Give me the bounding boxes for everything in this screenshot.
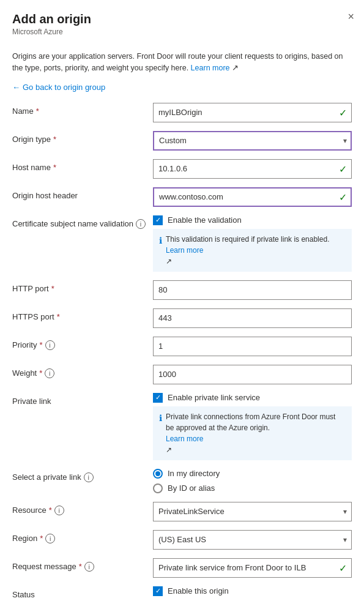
private-link-note-text: Private link connections from Azure Fron… [166,411,346,433]
cert-note-text: This validation is required if private l… [166,234,329,245]
name-input-wrap: ✓ [153,103,352,122]
resource-select[interactable]: PrivateLinkService [153,502,352,521]
panel-title: Add an origin [12,12,352,26]
name-required: * [36,106,39,116]
select-private-link-label: Select a private link i [12,469,153,482]
resource-info-icon[interactable]: i [54,506,64,515]
origin-host-header-input[interactable] [153,187,352,207]
resource-control: PrivateLinkService ▾ [153,502,352,521]
private-link-radio-1[interactable] [153,469,163,479]
cert-note-text-wrap: This validation is required if private l… [166,234,329,267]
cert-validation-row: Certificate subject name validation i En… [12,215,352,272]
host-name-control: ✓ [153,159,352,179]
origin-type-row: Origin type * Custom Storage App Service… [12,131,352,151]
private-link-checkbox-label: Enable private link service [168,393,260,402]
request-message-required: * [79,562,82,571]
request-message-info-icon[interactable]: i [84,562,94,572]
private-link-note-info-icon: ℹ [159,412,162,425]
panel-body: Origins are your application servers. Fr… [0,42,364,601]
private-link-radio-2[interactable] [153,483,163,493]
host-name-label: Host name * [12,159,153,172]
weight-label: Weight * i [12,365,153,378]
status-control: Enable this origin [153,586,352,596]
request-message-check-icon: ✓ [339,562,347,573]
status-label: Status [12,586,153,599]
region-control: (US) East US ▾ [153,530,352,550]
back-arrow-icon: ← [12,83,20,92]
info-bar-text: Origins are your application servers. Fr… [12,52,343,72]
origin-host-header-check-icon: ✓ [339,191,347,203]
https-port-required: * [57,312,60,321]
info-bar: Origins are your application servers. Fr… [12,51,352,74]
host-name-input[interactable] [153,159,352,179]
name-input[interactable] [153,103,352,122]
private-link-note-external-icon: ↗ [166,444,346,455]
cert-validation-info-icon[interactable]: i [136,219,146,229]
origin-host-header-label: Origin host header [12,187,153,200]
https-port-label: HTTPS port * [12,308,153,321]
name-check-icon: ✓ [339,106,347,118]
http-port-row: HTTP port * [12,280,352,300]
status-checkbox[interactable] [153,586,163,596]
external-link-icon: ↗ [232,64,239,72]
priority-input[interactable] [153,337,352,356]
priority-control [153,337,352,356]
cert-validation-label: Certificate subject name validation i [12,215,153,229]
private-link-label: Private link [12,393,153,406]
region-row: Region * i (US) East US ▾ [12,530,352,550]
weight-input[interactable] [153,365,352,384]
cert-validation-checkbox[interactable] [153,215,163,225]
origin-type-control: Custom Storage App Service Cloud Service… [153,131,352,151]
https-port-input[interactable] [153,308,352,328]
panel-header: Add an origin Microsoft Azure × [0,0,364,42]
private-link-note: ℹ Private link connections from Azure Fr… [153,406,352,460]
origin-host-header-input-wrap: ✓ [153,187,352,207]
priority-required: * [39,340,42,349]
info-bar-learn-more[interactable]: Learn more [191,64,230,72]
cert-validation-note: ℹ This validation is required if private… [153,229,352,272]
cert-note-learn-more[interactable]: Learn more [166,245,329,256]
resource-label: Resource * i [12,502,153,515]
name-row: Name * ✓ [12,103,352,122]
private-link-radio-row-1: In my directory [153,469,352,479]
origin-type-required: * [53,135,56,144]
request-message-label: Request message * i [12,558,153,572]
region-info-icon[interactable]: i [45,534,55,543]
weight-info-icon[interactable]: i [45,368,54,378]
priority-info-icon[interactable]: i [45,340,55,350]
close-button[interactable]: × [347,11,354,22]
private-link-row: Private link Enable private link service… [12,393,352,460]
request-message-row: Request message * i ✓ [12,558,352,578]
weight-required: * [39,368,42,378]
weight-control [153,365,352,384]
request-message-input[interactable] [153,558,352,578]
host-name-input-wrap: ✓ [153,159,352,179]
select-private-link-info-icon[interactable]: i [84,472,94,482]
region-select[interactable]: (US) East US [153,530,352,550]
origin-host-header-row: Origin host header ✓ [12,187,352,207]
name-label: Name * [12,103,153,116]
resource-select-wrap: PrivateLinkService ▾ [153,502,352,521]
cert-validation-control: Enable the validation ℹ This validation … [153,215,352,272]
host-name-check-icon: ✓ [339,163,347,174]
resource-row: Resource * i PrivateLinkService ▾ [12,502,352,521]
select-private-link-row: Select a private link i In my directory … [12,469,352,493]
private-link-checkbox[interactable] [153,393,163,403]
panel: Add an origin Microsoft Azure × Origins … [0,0,364,601]
private-link-note-learn-more[interactable]: Learn more [166,433,346,444]
region-label: Region * i [12,530,153,543]
select-private-link-control: In my directory By ID or alias [153,469,352,493]
origin-type-select[interactable]: Custom Storage App Service Cloud Service [153,131,352,151]
cert-note-external-icon: ↗ [166,256,329,267]
host-name-required: * [53,163,56,172]
host-name-row: Host name * ✓ [12,159,352,179]
private-link-radio-row-2: By ID or alias [153,483,352,493]
private-link-radio-label-2: By ID or alias [168,483,215,493]
http-port-input[interactable] [153,280,352,300]
request-message-control: ✓ [153,558,352,578]
priority-label: Priority * i [12,337,153,350]
origin-host-header-control: ✓ [153,187,352,207]
back-link[interactable]: ← Go back to origin group [12,83,105,92]
cert-note-info-icon: ℹ [159,234,162,247]
origin-type-label: Origin type * [12,131,153,144]
